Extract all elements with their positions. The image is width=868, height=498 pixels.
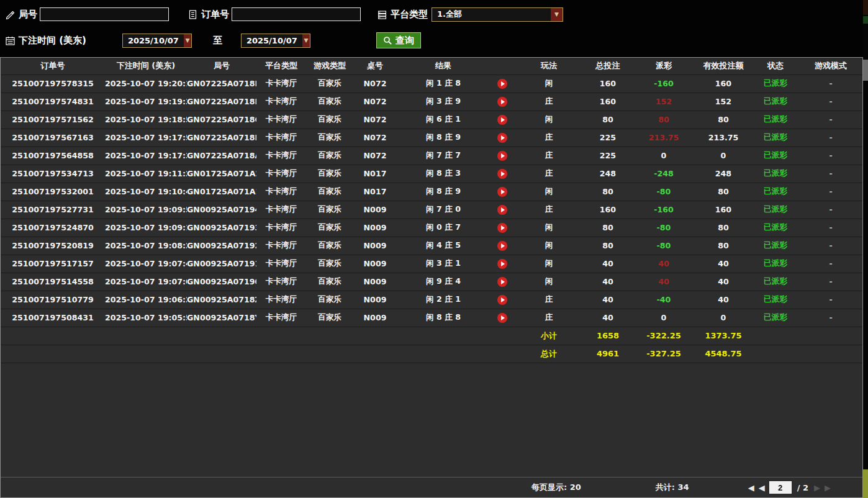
cell-table-no: N072 [353,75,397,93]
date-to-select[interactable]: 2025/10/07 ▼ [241,34,310,48]
next-page-icon[interactable]: ▶ [814,483,820,492]
order-id-label: 订单号 [201,9,229,20]
cell-valid-bet: 80 [695,111,752,129]
cell-round-id: GN00925A0718Z [187,291,256,309]
platform-type-select[interactable]: 1.全部 ▼ [432,7,563,22]
cell-video [490,201,515,219]
cell-platform: 卡卡湾厅 [256,291,306,309]
cell-platform: 卡卡湾厅 [256,273,306,291]
query-button-label: 查询 [396,35,414,47]
cell-table-no: N072 [353,111,397,129]
cell-order-id: 251007197508431 [1,309,105,327]
pagination-controls: ◀ ◀ / 2 ▶ ▶ [748,481,831,494]
cell-video [490,309,515,327]
cell-total-bet: 160 [583,201,633,219]
cell-valid-bet: 40 [695,291,752,309]
cell-table-no: N009 [353,201,397,219]
cell-table-no: N072 [353,129,397,147]
play-video-icon[interactable] [497,97,507,107]
cell-platform: 卡卡湾厅 [256,255,306,273]
cell-play: 庄 [515,147,583,165]
cell-result: 闲 1 庄 8 [397,75,490,93]
play-video-icon[interactable] [497,223,507,233]
cell-game-mode: - [799,93,862,111]
header-result: 结果 [397,58,490,75]
date-from-select[interactable]: 2025/10/07 ▼ [122,34,192,48]
table-row: 251007197517157 2025-10-07 19:07:40 GN00… [1,255,862,273]
bet-time-label: 下注时间 (美东) [19,35,86,47]
scrollbar[interactable] [863,60,868,81]
cell-round-id: GN07225A0718C [187,111,256,129]
play-video-icon[interactable] [497,259,507,269]
play-video-icon[interactable] [497,295,507,305]
table-row: 251007197527731 2025-10-07 19:09:51 GN00… [1,201,862,219]
date-to-value: 2025/10/07 [242,36,302,45]
cell-round-id: GN07225A0718D [187,93,256,111]
to-label: 至 [213,35,222,47]
play-video-icon[interactable] [497,169,507,179]
cell-payout: 40 [633,255,695,273]
round-id-input[interactable] [40,7,169,21]
cell-result: 闲 8 庄 9 [397,129,490,147]
table-row: 251007197510779 2025-10-07 19:06:24 GN00… [1,291,862,309]
play-video-icon[interactable] [497,115,507,125]
cell-play: 庄 [515,93,583,111]
cell-play: 闲 [515,183,583,201]
page-number-input[interactable] [769,481,792,494]
cell-order-id: 251007197527731 [1,201,105,219]
play-video-icon[interactable] [497,79,507,89]
filter-area: 局号 订单号 平台类型 1.全部 ▼ [0,0,863,57]
cell-table-no: N009 [353,291,397,309]
play-video-icon[interactable] [497,241,507,251]
table-row: 251007197567163 2025-10-07 19:17:59 GN07… [1,129,862,147]
cell-video [490,273,515,291]
cell-play: 庄 [515,291,583,309]
cell-round-id: GN07225A0718B [187,129,256,147]
play-video-icon[interactable] [497,205,507,215]
cell-total-bet: 160 [583,75,633,93]
play-video-icon[interactable] [497,133,507,143]
cell-status: 已派彩 [752,75,799,93]
cell-payout: -160 [633,75,695,93]
cell-platform: 卡卡湾厅 [256,111,306,129]
cell-result: 闲 9 庄 4 [397,273,490,291]
cell-valid-bet: 80 [695,219,752,237]
cell-game-type: 百家乐 [306,165,353,183]
cell-payout: 0 [633,309,695,327]
cell-game-mode: - [799,165,862,183]
query-button[interactable]: 查询 [376,32,421,48]
cell-total-bet: 80 [583,183,633,201]
cell-play: 庄 [515,165,583,183]
last-page-icon[interactable]: ▶ [825,483,831,492]
cell-total-bet: 80 [583,237,633,255]
cell-status: 已派彩 [752,273,799,291]
play-video-icon[interactable] [497,187,507,197]
table-row: 251007197524870 2025-10-07 19:09:15 GN00… [1,219,862,237]
table-row: 251007197534713 2025-10-07 19:11:20 GN01… [1,165,862,183]
play-video-icon[interactable] [497,313,507,323]
cell-order-id: 251007197534713 [1,165,105,183]
play-video-icon[interactable] [497,151,507,161]
cell-payout: -160 [633,201,695,219]
cell-bet-time: 2025-10-07 19:20:15 [105,75,187,93]
order-id-input[interactable] [232,7,361,21]
header-payout: 派彩 [633,58,695,75]
header-game-mode: 游戏模式 [799,58,862,75]
cell-status: 已派彩 [752,255,799,273]
cell-payout: 152 [633,93,695,111]
cell-result: 闲 3 庄 1 [397,255,490,273]
first-page-icon[interactable]: ◀ [748,483,754,492]
cell-bet-time: 2025-10-07 19:05:53 [105,309,187,327]
cell-round-id: GN00925A07191 [187,255,256,273]
prev-page-icon[interactable]: ◀ [759,483,765,492]
cell-result: 闲 7 庄 0 [397,201,490,219]
cell-payout: -80 [633,183,695,201]
play-video-icon[interactable] [497,277,507,287]
header-table-no: 桌号 [353,58,397,75]
calendar-icon [5,35,16,46]
cell-game-type: 百家乐 [306,291,353,309]
table-row: 251007197508431 2025-10-07 19:05:53 GN00… [1,309,862,327]
total-payout: -327.25 [633,345,695,363]
cell-total-bet: 225 [583,147,633,165]
cell-video [490,147,515,165]
